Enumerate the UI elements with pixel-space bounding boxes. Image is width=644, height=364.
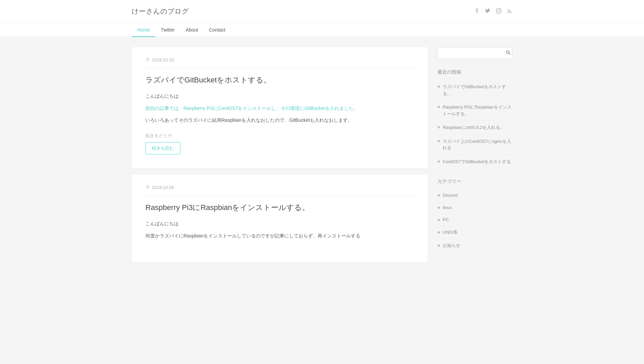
categories-section: カテゴリー ■ Discord ■ linux ■ PC ■ UNIX系: [437, 178, 512, 252]
category-bullet-2: ■: [437, 205, 440, 210]
nav-item-twitter[interactable]: Twitter: [155, 23, 180, 37]
sidebar: 最近の投稿 ■ ラズパイでGitBucketをホストする。 ■ Raspberr…: [437, 47, 512, 262]
category-bullet-5: ■: [437, 243, 440, 248]
category-bullet-4: ■: [437, 230, 440, 235]
recent-post-4[interactable]: ■ ラズパイ上のCentOS7にnginxを入れる: [437, 135, 512, 155]
post-1-link-text[interactable]: 前回の記事では、Raspberry Pi3にCentOS7をインストールし、その…: [145, 106, 358, 111]
recent-post-3-text: Raspbianにzsh5.6.2を入れる。: [443, 124, 504, 131]
site-title: けーさんのブログ: [132, 7, 189, 16]
category-bullet-3: ■: [437, 217, 440, 222]
recent-post-1[interactable]: ■ ラズパイでGitBucketをホストする。: [437, 80, 512, 100]
header-icons: [474, 8, 512, 15]
recent-post-4-text: ラズパイ上のCentOS7にnginxを入れる: [443, 138, 512, 151]
posts-content: ⏱ 2018.10.10 ラズパイでGitBucketをホストする。 こんばんに…: [132, 47, 427, 262]
svg-point-3: [507, 12, 508, 13]
post-bullet-icon-3: ■: [437, 125, 440, 130]
recent-post-3[interactable]: ■ Raspbianにzsh5.6.2を入れる。: [437, 121, 512, 135]
post-2-intro: こんばんにちは: [145, 220, 414, 228]
recent-post-5-text: CentOS7でGitBucketをホストする: [443, 158, 511, 165]
svg-line-5: [509, 54, 511, 55]
category-linux[interactable]: ■ linux: [437, 202, 512, 214]
post-1-intro: こんばんにちは: [145, 92, 414, 100]
site-header: けーさんのブログ: [0, 0, 644, 23]
recent-posts-title: 最近の投稿: [437, 69, 512, 75]
post-bullet-icon-4: ■: [437, 139, 440, 143]
category-linux-text: linux: [443, 205, 452, 210]
post-1-read-more-label: 続きをどうぞ: [145, 133, 414, 139]
recent-posts-section: 最近の投稿 ■ ラズパイでGitBucketをホストする。 ■ Raspberr…: [437, 69, 512, 168]
category-discord[interactable]: ■ Discord: [437, 189, 512, 202]
categories-title: カテゴリー: [437, 178, 512, 185]
twitter-icon[interactable]: [485, 8, 490, 15]
facebook-icon[interactable]: [474, 8, 480, 15]
nav-item-home[interactable]: Home: [132, 23, 155, 37]
category-discord-text: Discord: [443, 193, 458, 198]
post-bullet-icon-1: ■: [437, 84, 440, 89]
category-notice[interactable]: ■ お知らせ: [437, 239, 512, 252]
svg-rect-0: [496, 8, 501, 13]
svg-point-1: [498, 10, 500, 12]
post-1-link: 前回の記事では、Raspberry Pi3にCentOS7をインストールし、その…: [145, 104, 414, 113]
search-input[interactable]: [438, 48, 502, 58]
recent-post-5[interactable]: ■ CentOS7でGitBucketをホストする: [437, 155, 512, 169]
clock-icon-2: ⏱: [145, 185, 150, 190]
svg-point-2: [500, 9, 500, 10]
nav-item-about[interactable]: About: [180, 23, 204, 37]
rss-icon[interactable]: [507, 8, 512, 15]
search-box: [437, 47, 512, 59]
post-bullet-icon-5: ■: [437, 159, 440, 164]
post-2-title[interactable]: Raspberry Pi3にRaspbianをインストールする。: [145, 203, 414, 213]
category-bullet-1: ■: [437, 193, 440, 198]
search-button[interactable]: [502, 47, 515, 59]
main-content: ⏱ 2018.10.10 ラズパイでGitBucketをホストする。 こんばんに…: [118, 37, 526, 272]
nav-item-contact[interactable]: Contact: [203, 23, 231, 37]
post-2-body: 何度かラズパイにRaspbianをインストールしているのですが記事にしておらず、…: [145, 232, 414, 240]
category-notice-text: お知らせ: [443, 243, 460, 249]
post-1-read-more-btn[interactable]: 続きを読む: [145, 142, 180, 154]
recent-post-1-text: ラズパイでGitBucketをホストする。: [443, 83, 512, 97]
instagram-icon[interactable]: [496, 8, 501, 15]
recent-post-2-text: Raspberry Pi3にRaspbianをインストールする。: [443, 104, 512, 117]
category-pc[interactable]: ■ PC: [437, 214, 512, 226]
category-unix-text: UNIX系: [443, 229, 458, 235]
post-1-date: ⏱ 2018.10.10: [145, 57, 414, 62]
post-card-2: ⏱ 2018.10.09 Raspberry Pi3にRaspbianをインスト…: [132, 175, 427, 262]
recent-post-2[interactable]: ■ Raspberry Pi3にRaspbianをインストールする。: [437, 100, 512, 121]
post-bullet-icon-2: ■: [437, 104, 440, 109]
clock-icon: ⏱: [145, 57, 150, 62]
post-2-date: ⏱ 2018.10.09: [145, 185, 414, 190]
post-1-body: いろいろあってそのラズパイに結局Raspbianを入れなおしたので、GitBuc…: [145, 116, 414, 124]
post-card-1: ⏱ 2018.10.10 ラズパイでGitBucketをホストする。 こんばんに…: [132, 47, 427, 168]
navigation: Home Twitter About Contact: [0, 23, 644, 37]
category-pc-text: PC: [443, 217, 449, 222]
categories-list: ■ Discord ■ linux ■ PC ■ UNIX系 ■ お知らせ: [437, 189, 512, 252]
svg-point-4: [506, 51, 509, 54]
recent-posts-list: ■ ラズパイでGitBucketをホストする。 ■ Raspberry Pi3に…: [437, 80, 512, 168]
post-1-title[interactable]: ラズパイでGitBucketをホストする。: [145, 75, 414, 85]
category-unix[interactable]: ■ UNIX系: [437, 226, 512, 239]
